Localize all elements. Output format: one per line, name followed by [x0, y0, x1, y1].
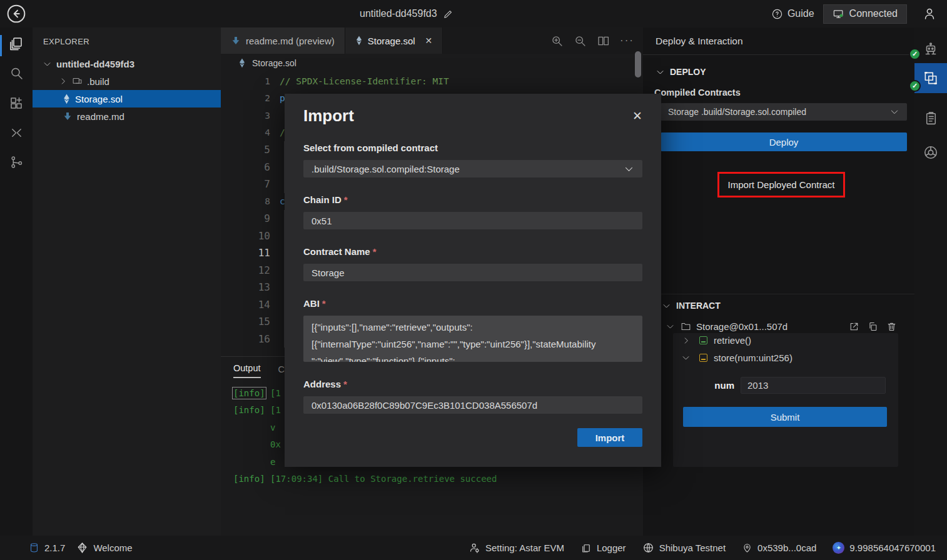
sidebar-item-plugins[interactable] [0, 89, 33, 118]
trash-icon[interactable] [886, 321, 897, 332]
balance-label: 9.998564047670001 [849, 542, 936, 553]
editor-toolbar: ··· [550, 28, 634, 54]
globe-icon [642, 542, 654, 554]
contract-name-input[interactable] [303, 264, 642, 281]
files-stack-icon [9, 36, 24, 51]
line-number: 8 [221, 196, 270, 206]
markdown-down-arrow-icon [231, 36, 241, 46]
chain-id-input[interactable] [303, 212, 642, 229]
activity-bar-right: ✓ ✓ [914, 28, 947, 536]
pencil-icon[interactable] [443, 9, 453, 19]
guide-button[interactable]: Guide [771, 8, 814, 20]
abi-scrollbar[interactable] [635, 51, 641, 78]
ethereum-icon [355, 35, 363, 46]
zoom-out-icon[interactable] [574, 34, 587, 48]
back-arrow-icon [6, 4, 26, 24]
log-line: [info] [17:09:34] Call to Storage.retrie… [233, 471, 643, 488]
zoom-in-icon[interactable] [550, 34, 564, 48]
modal-title: Import [303, 106, 354, 126]
monitor-icon [833, 8, 844, 20]
breadcrumb[interactable]: Storage.sol [221, 54, 643, 72]
function-store[interactable]: store(num:uint256) [643, 352, 793, 363]
contract-instance-label: Storage@0x01...507d [696, 321, 787, 332]
sidebar-item-collapse[interactable] [0, 118, 33, 147]
interact-section-label: INTERACT [676, 301, 721, 311]
setting-item[interactable]: Setting: Astar EVM [463, 536, 569, 560]
ethereum-icon [238, 58, 246, 69]
split-editor-icon[interactable] [597, 34, 610, 48]
search-icon [9, 66, 24, 81]
back-button[interactable] [6, 4, 26, 24]
version-item[interactable]: 2.1.7 [29, 536, 65, 560]
address-input[interactable] [303, 396, 642, 414]
sidebar-item-openai[interactable] [914, 138, 947, 167]
submit-button[interactable]: Submit [683, 407, 887, 427]
deploy-section-label: DEPLOY [670, 67, 706, 77]
copy-icon[interactable] [868, 321, 878, 332]
database-icon [29, 542, 39, 554]
tree-item-build[interactable]: .build [33, 72, 221, 90]
compiled-contract-select[interactable]: .build/Storage.sol.compiled:Storage [303, 160, 642, 178]
map-pin-icon [742, 542, 752, 554]
deploy-section-header[interactable]: DEPLOY [656, 67, 706, 77]
close-tab-icon[interactable]: ✕ [425, 36, 433, 46]
tree-root-label: untitled-dd459fd3 [56, 59, 134, 69]
welcome-item[interactable]: Welcome [71, 536, 137, 560]
deploy-interaction-panel: Deploy & Interaction DEPLOY Compiled Con… [643, 28, 914, 536]
astar-token-icon: ✦ [833, 542, 844, 554]
title-bar: untitled-dd459fd3 Guide Connected [0, 0, 947, 28]
tab-readme-md[interactable]: readme.md (preview) [221, 28, 345, 54]
version-label: 2.1.7 [44, 542, 65, 553]
sidebar-item-audit[interactable] [914, 104, 947, 132]
sidebar-item-git[interactable] [0, 148, 33, 176]
open-external-icon[interactable] [849, 321, 859, 332]
line-number: 1 [221, 76, 270, 86]
line-number: 15 [221, 316, 270, 328]
line-number: 9 [221, 212, 270, 224]
plugin-grid-icon [9, 96, 24, 111]
line-number: 4 [221, 128, 270, 138]
import-button[interactable]: Import [577, 428, 642, 447]
wallet-address-label: 0x539b...0cad [757, 542, 816, 553]
function-label: store(num:uint256) [714, 352, 793, 363]
activity-bar-left [0, 28, 33, 536]
tab-storage-sol[interactable]: Storage.sol ✕ [345, 28, 443, 54]
tree-root[interactable]: untitled-dd459fd3 [33, 55, 221, 72]
sidebar-item-search[interactable] [0, 59, 33, 88]
tree-item-storage-sol[interactable]: Storage.sol [33, 90, 221, 108]
line-number: 5 [221, 144, 270, 156]
wallet-address-item[interactable]: 0x539b...0cad [737, 536, 821, 560]
explorer-header: EXPLORER [33, 28, 221, 55]
logger-item[interactable]: Logger [575, 536, 631, 560]
line-number: 16 [221, 333, 270, 345]
contract-name-label: Contract Name* [303, 246, 642, 259]
markdown-down-arrow-icon [63, 111, 73, 121]
num-param-input[interactable] [741, 377, 886, 394]
import-deployed-contract-button[interactable]: Import Deployed Contract [728, 179, 835, 190]
network-item[interactable]: Shibuya Testnet [637, 536, 731, 560]
welcome-label: Welcome [93, 542, 132, 553]
breadcrumb-label: Storage.sol [252, 58, 296, 68]
tree-item-readme-md[interactable]: readme.md [33, 108, 221, 125]
statusbar-left: 2.1.7 Welcome [0, 536, 138, 560]
project-title: untitled-dd459fd3 [360, 8, 437, 19]
balance-item[interactable]: ✦ 9.998564047670001 [828, 536, 941, 560]
folder-icon [681, 321, 691, 332]
tab-output[interactable]: Output [233, 363, 261, 378]
collapse-panels-icon [9, 126, 24, 140]
line-number: 13 [221, 281, 270, 293]
robot-icon [923, 42, 939, 58]
connected-button[interactable]: Connected [823, 4, 907, 24]
user-avatar[interactable] [916, 0, 943, 28]
close-icon[interactable]: ✕ [632, 110, 642, 122]
contract-instance-row[interactable]: Storage@0x01...507d [643, 318, 914, 334]
statusbar-right: Setting: Astar EVM Logger Shibuya Testne… [463, 536, 947, 560]
deploy-button[interactable]: Deploy [661, 132, 907, 151]
openai-icon [923, 144, 939, 161]
more-actions-icon[interactable]: ··· [620, 34, 634, 47]
sidebar-item-explorer[interactable] [0, 29, 33, 58]
interact-section-header[interactable]: INTERACT [662, 301, 721, 311]
compiled-contracts-select[interactable]: Storage .build/Storage.sol.compiled [661, 103, 907, 121]
chevron-down-icon [656, 68, 665, 77]
abi-textarea[interactable]: [{"inputs":[],"name":"retrieve","outputs… [303, 316, 642, 362]
